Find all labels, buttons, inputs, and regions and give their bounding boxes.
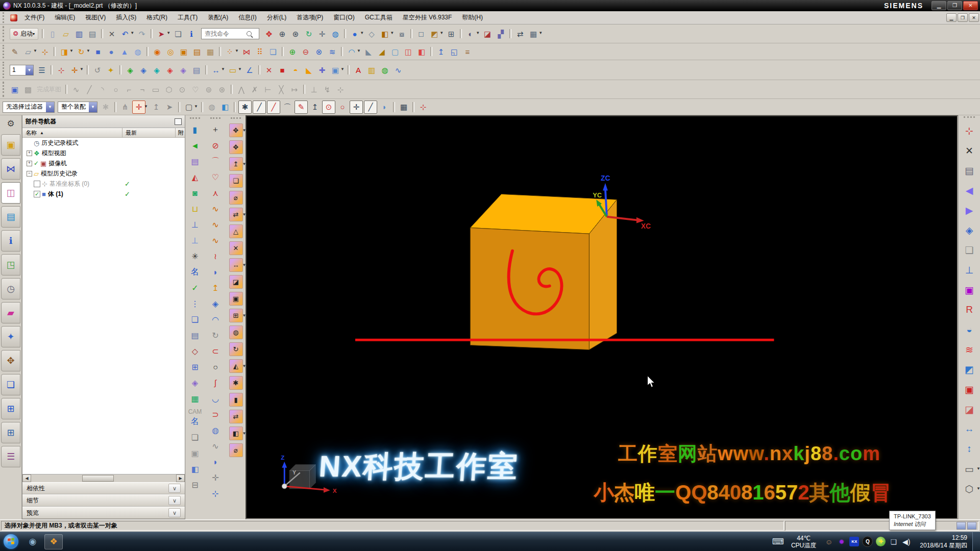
tab-history[interactable]: ◳ [1,254,20,276]
trim-curve-button[interactable]: ✗ [249,83,261,95]
wrap-curve-button[interactable]: ∿ [209,234,222,247]
menu-item-视图V[interactable]: 视图(V) [80,12,111,23]
arc-button[interactable]: ◝ [96,83,109,95]
layer-setting-widget[interactable]: 1▼ [10,65,34,76]
trim-body-button[interactable]: ◫ [402,45,414,58]
sketch-task-button[interactable]: ▣ [9,83,21,95]
sketch-button[interactable]: ✎ [9,45,21,58]
panel-restore-icon[interactable] [175,118,182,125]
boss-button[interactable]: ◎ [164,45,177,58]
fit-view-button[interactable]: ✥ [263,28,275,40]
toolbar-drag-handle[interactable] [3,62,7,78]
draft-button[interactable]: ◢ [376,45,388,58]
snap-face-button[interactable]: ◗ [378,101,390,113]
bar-face-button[interactable]: ▮ [229,393,243,407]
menu-item-插入S[interactable]: 插入(S) [111,12,141,23]
csys-x-button[interactable]: ✕ [263,64,275,76]
tree-row[interactable]: −▱模型历史记录 [22,168,185,179]
studio-spline-button[interactable]: ∿ [70,83,82,95]
tag-diamond-button[interactable]: ◇ [189,345,202,358]
rotate-plane-button[interactable]: ◈ [209,297,222,310]
scroll-right-icon[interactable]: ▶ [176,474,185,482]
menu-item-首选项P[interactable]: 首选项(P) [291,12,328,23]
selection-mode-button[interactable]: ➤▼ [155,28,167,40]
profile-button[interactable]: ♡ [189,83,202,95]
pocket-button[interactable]: ▣ [178,45,190,58]
snap-endpoint-button[interactable]: ╱ [253,101,266,114]
snap-vertical-button[interactable]: ↥ [309,101,321,113]
sew-button[interactable]: ≋ [326,45,338,58]
width-dim-button[interactable]: ↔ [962,421,977,437]
constraint-parallel-button[interactable]: ◈ [177,64,189,76]
tag-mesh-button[interactable]: ▦ [189,392,202,405]
revolve-button[interactable]: ↻▼ [75,45,87,58]
new-file-button[interactable]: ▯ [46,28,59,40]
tab-system-scenes[interactable]: ✥ [1,350,20,371]
offset-region-button[interactable]: ↥▼ [229,157,243,171]
display-mode-button[interactable]: ▦▼ [527,28,540,40]
scroll-left-icon[interactable]: ◀ [22,474,31,482]
tray-network-icon[interactable]: ❏ [889,537,898,546]
pattern-curve-button[interactable]: ⊛ [216,83,228,95]
menu-item-装配A[interactable]: 装配(A) [203,12,233,23]
snap-tangent-button[interactable]: ╱ [364,101,377,114]
edit-section-button[interactable]: ◪ [481,28,494,40]
move-face-button[interactable]: ✥▼ [229,123,243,137]
menu-item-文件F[interactable]: 文件(F) [19,12,50,23]
measure-angle-button[interactable]: ∠ [243,64,256,76]
sphere-tool-button[interactable]: ◍ [209,424,222,437]
tray-kx-icon[interactable]: KX [849,537,859,546]
save-button[interactable]: ▥ [73,28,85,40]
quick-extend-button[interactable]: ↦ [288,83,301,95]
tab-constraint-navigator[interactable]: ⋈ [1,158,20,180]
label-notch-button[interactable]: △ [229,224,243,238]
hole-face-button[interactable]: ⌀ [229,443,243,457]
tag-box-button[interactable]: ▣ [189,447,202,460]
tab-roles[interactable]: ✦ [1,326,20,347]
tag-doc-button[interactable]: ❏ [189,313,202,326]
extend-curve-button[interactable]: ⊢ [262,83,274,95]
clip-section-button[interactable]: ▞ [495,28,507,40]
tag-copy-button[interactable]: ❏ [189,431,202,444]
snap-midpoint-button[interactable]: ✱ [238,101,252,114]
wheel-button[interactable]: ✳ [189,250,202,263]
chevron-down-icon[interactable]: ∨ [168,508,181,517]
keyboard-icon[interactable]: ⌨ [772,537,784,546]
assembly-options-button[interactable]: ✱ [100,101,112,113]
child-restore-button[interactable]: ❐ [958,13,968,22]
tab-reuse-library[interactable]: ▤ [1,206,20,228]
forward-button[interactable]: ▶ [962,203,977,218]
fillet-button[interactable]: ⌐ [123,83,135,95]
extrude-button[interactable]: ◨▼ [58,45,70,58]
tray-qq-icon[interactable]: Q [862,536,873,547]
info-window-button[interactable]: ℹ [185,28,198,40]
thread-button[interactable]: ≡ [461,45,474,58]
mirror-arc-button[interactable]: ⊃ [209,408,222,421]
split-body-button[interactable]: ◧ [415,45,428,58]
tag-check-button[interactable]: ✓ [189,282,202,294]
lower-arc-button[interactable]: ◡ [209,392,222,405]
toolbar-drag-handle[interactable] [3,45,7,58]
navigator-hscrollbar[interactable]: ◀ ▶ [22,474,185,482]
section-view-button[interactable]: ◪ [962,402,977,417]
paint-body-button[interactable]: ▮ [189,123,202,136]
group-face-button[interactable]: ▣ [229,292,243,306]
finish-sketch-flag-button[interactable]: ▩ [22,83,34,95]
line-button[interactable]: ╱ [83,83,95,95]
unite-button[interactable]: ⊕ [286,45,299,58]
section-cube-button[interactable]: ▣▼ [329,64,341,76]
sheet-button[interactable]: ▥ [365,64,378,76]
search-input[interactable] [204,30,247,38]
constraint-sketch-button[interactable]: ⊥ [308,83,320,95]
join-curve-button[interactable]: ≀ [209,250,222,263]
expand-icon[interactable]: + [27,161,32,166]
circle-tool-button[interactable]: ○ [209,361,222,373]
tab-window-cascade[interactable]: ❏ [1,374,20,395]
constraint-distance-button[interactable]: ◈ [151,64,163,76]
clamp-double-button[interactable]: ⊥ [189,234,202,247]
panel-preview[interactable]: 预览∨ [22,507,185,519]
snap-sketch-button[interactable]: ✎ [295,101,308,114]
polyline-button[interactable]: ⋏ [209,187,222,199]
rotate-scene-button[interactable]: ◈ [962,222,977,238]
tab-manufacturing[interactable]: ▰ [1,302,20,323]
